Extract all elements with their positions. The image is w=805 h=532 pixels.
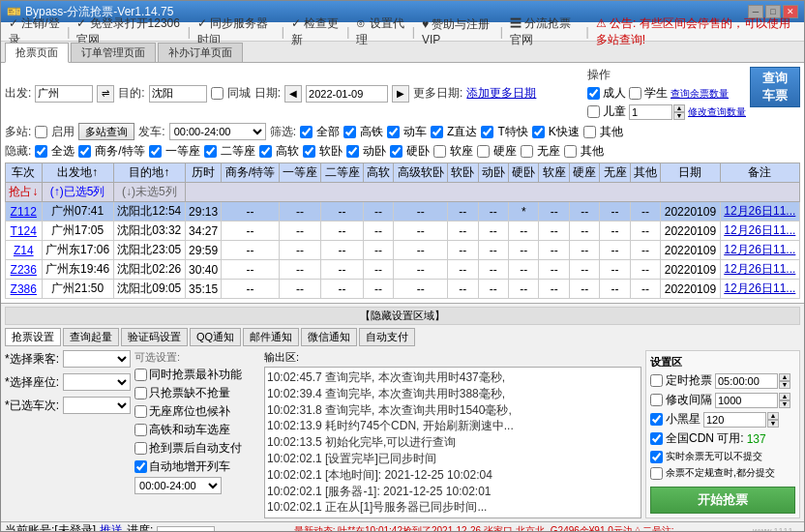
query-ticket-button[interactable]: 查询车票 — [750, 67, 800, 107]
menu-official[interactable]: ☰ 分流抢票官网 — [506, 15, 583, 49]
multi-station-checkbox[interactable] — [35, 126, 47, 138]
filter-t-checkbox[interactable] — [481, 126, 493, 138]
opt-autopay[interactable] — [134, 442, 147, 455]
seat-select[interactable] — [63, 373, 131, 391]
menu-vip[interactable]: ♥ 赞助与注册VIP — [418, 15, 497, 47]
blackstar-checkbox[interactable] — [650, 413, 663, 426]
note-z236[interactable]: 12月26日11... — [724, 262, 795, 276]
hide-yingwo-checkbox[interactable] — [390, 145, 402, 158]
child-count-input[interactable] — [629, 104, 672, 120]
note-t124[interactable]: 12月26日11... — [724, 223, 795, 237]
tab-order-mgmt[interactable]: 订单管理页面 — [71, 43, 156, 62]
menu-proxy[interactable]: ⊙ 设置代理 — [352, 15, 408, 49]
filter-k-checkbox[interactable] — [532, 126, 545, 138]
blackstar-down[interactable]: ▼ — [767, 420, 779, 428]
interval-checkbox[interactable] — [650, 394, 663, 406]
to-input[interactable] — [149, 85, 207, 103]
query-count-link[interactable]: 查询余票数量 — [671, 87, 729, 101]
bottom-tab-grab-settings[interactable]: 抢票设置 — [5, 328, 61, 346]
train-link-z236[interactable]: Z236 — [11, 263, 37, 277]
opt-only-grab[interactable] — [134, 387, 147, 399]
table-row[interactable]: Z14 广州东17:06 沈阳北23:05 29:59 ------------… — [6, 241, 800, 260]
date-prev-btn[interactable]: ◀ — [284, 85, 302, 103]
note-z14[interactable]: 12月26日11... — [724, 243, 795, 256]
bottom-tab-wechat[interactable]: 微信通知 — [301, 328, 357, 346]
opt-noseat-candidate[interactable] — [134, 405, 147, 418]
time-range-select[interactable]: 00:00-24:00 — [134, 477, 222, 494]
bottom-tab-captcha[interactable]: 验证码设置 — [121, 328, 188, 346]
bottom-tab-autopay[interactable]: 自动支付 — [359, 328, 415, 346]
train-link-z386[interactable]: Z386 — [11, 282, 37, 296]
col-softhi: 高软 — [363, 163, 393, 183]
seat-select-label: *选择座位: — [5, 374, 59, 391]
scheduled-down[interactable]: ▼ — [779, 381, 790, 389]
date-input[interactable] — [306, 85, 388, 103]
passenger-select[interactable] — [63, 350, 131, 368]
interval-up[interactable]: ▲ — [779, 393, 790, 400]
train-link-z14[interactable]: Z14 — [14, 244, 34, 257]
filter-dongche-checkbox[interactable] — [387, 126, 400, 138]
scheduled-grab-checkbox[interactable] — [650, 374, 663, 387]
filter-all-checkbox[interactable] — [300, 126, 313, 138]
date-next-btn[interactable]: ▶ — [392, 85, 409, 103]
filter-other-checkbox[interactable] — [583, 126, 596, 138]
hide-yingzuo-checkbox[interactable] — [477, 145, 490, 158]
child-checkbox[interactable] — [587, 105, 600, 118]
table-row[interactable]: Z386 广州21:50 沈阳北09:05 35:15 ------------… — [6, 280, 800, 299]
from-input[interactable] — [35, 85, 93, 103]
hide-gaosoft-checkbox[interactable] — [259, 145, 272, 158]
note-z386[interactable]: 12月26日11... — [724, 281, 795, 295]
bottom-tab-qq[interactable]: QQ通知 — [190, 328, 241, 346]
hide-other2-checkbox[interactable] — [564, 145, 577, 158]
start-grab-button[interactable]: 开始抢票 — [650, 487, 795, 514]
child-count-down[interactable]: ▼ — [673, 112, 685, 120]
note-z112[interactable]: 12月26日11... — [724, 204, 795, 218]
bottom-tab-query-start[interactable]: 查询起量 — [63, 328, 119, 346]
swap-arrow-btn[interactable]: ⇌ — [97, 85, 114, 103]
hide-dongwo-checkbox[interactable] — [346, 145, 359, 158]
train-link-z112[interactable]: Z112 — [11, 205, 37, 219]
child-count-up[interactable]: ▲ — [673, 104, 685, 112]
cdn-checkbox[interactable] — [650, 432, 663, 445]
multi-station-query-btn[interactable]: 多站查询 — [78, 123, 134, 140]
student-checkbox[interactable] — [629, 87, 641, 100]
hidden-region-toggle[interactable]: 【隐藏设置区域】 — [5, 307, 800, 325]
tab-grab-ticket[interactable]: 抢票页面 — [5, 43, 69, 63]
hide-2class-checkbox[interactable] — [204, 145, 217, 158]
tab-supplement-order[interactable]: 补办订单页面 — [158, 43, 243, 62]
opt-simultaneous[interactable] — [134, 369, 147, 381]
train-link-t124[interactable]: T124 — [11, 224, 37, 238]
opt-auto-increase[interactable] — [134, 460, 147, 473]
table-row[interactable]: Z112 广州07:41 沈阳北12:54 29:13 ------------… — [6, 202, 800, 222]
modify-query-count-link[interactable]: 修改查询数量 — [688, 105, 746, 119]
scheduled-up[interactable]: ▲ — [779, 373, 790, 381]
train-count-select[interactable] — [63, 397, 131, 414]
bottom-tab-email[interactable]: 邮件通知 — [243, 328, 299, 346]
hide-wuzuo-checkbox[interactable] — [521, 145, 533, 158]
add-more-dates-link[interactable]: 添加更多日期 — [466, 85, 536, 102]
hide-ruanzuo-checkbox[interactable] — [433, 145, 446, 158]
hide-shwu-checkbox[interactable] — [78, 145, 91, 158]
remain-ticket-checkbox[interactable] — [650, 467, 663, 480]
table-row[interactable]: T124 广州17:05 沈阳北03:32 34:27 ------------… — [6, 222, 800, 241]
interval-input[interactable] — [715, 393, 778, 408]
realtime-ticket-checkbox[interactable] — [650, 451, 663, 463]
push-link[interactable]: 推送 — [100, 522, 123, 532]
hide-1class-checkbox[interactable] — [149, 145, 162, 158]
blackstar-input[interactable] — [703, 412, 766, 428]
menu-checkupdate[interactable]: ✓ 检查更新 — [287, 15, 343, 49]
table-row[interactable]: Z236 广州东19:46 沈阳北02:26 30:40 -----------… — [6, 260, 800, 280]
filter-z-checkbox[interactable] — [431, 126, 443, 138]
adult-checkbox[interactable] — [587, 87, 600, 100]
interval-down[interactable]: ▼ — [779, 400, 790, 408]
hide-all-checkbox[interactable] — [35, 145, 47, 158]
blackstar-up[interactable]: ▲ — [767, 412, 779, 420]
filter-z-label: Z直达 — [447, 124, 477, 140]
scheduled-time-input[interactable] — [715, 373, 778, 389]
same-city-checkbox[interactable] — [211, 87, 224, 100]
output-text-area[interactable]: 10:02:45.7 查询完毕, 本次查询共用时437毫秒, 10:02:39.… — [264, 367, 641, 518]
hide-ruanwo-checkbox[interactable] — [303, 145, 315, 158]
depart-time-select[interactable]: 00:00-24:00 — [169, 123, 266, 140]
opt-choose-seat[interactable] — [134, 424, 147, 436]
filter-gaotie-checkbox[interactable] — [343, 126, 356, 138]
